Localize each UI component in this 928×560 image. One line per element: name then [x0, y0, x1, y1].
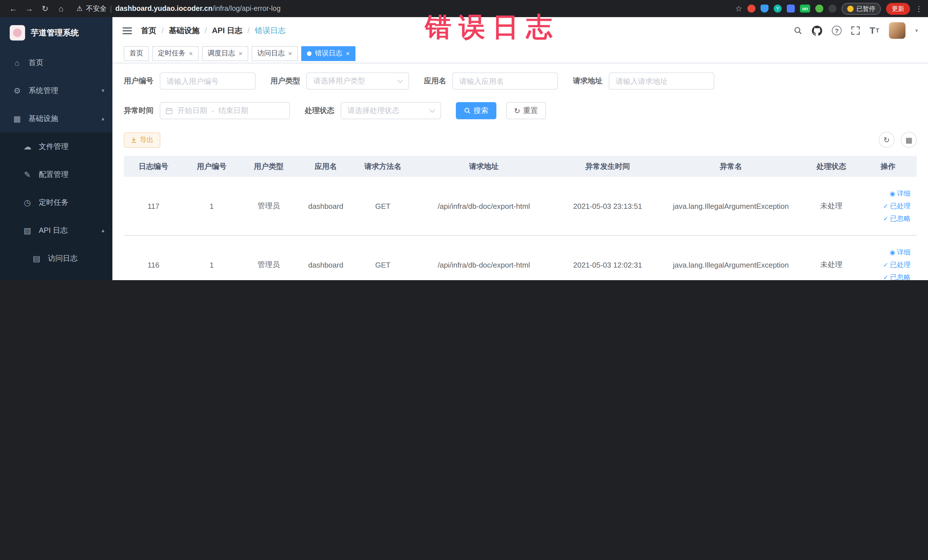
search-button[interactable]: 搜索	[456, 102, 496, 119]
logo-image	[10, 25, 25, 41]
app-title: 芋道管理系统	[31, 27, 79, 38]
filter-label: 应用名	[424, 76, 446, 86]
cell-log-id: 117	[124, 202, 183, 210]
extension-icon-y[interactable]: Y	[774, 5, 781, 12]
breadcrumb-item[interactable]: 首页	[141, 25, 156, 36]
extension-icon-dark[interactable]	[829, 5, 836, 12]
sidebar-item-scheduled-tasks[interactable]: ◷ 定时任务	[0, 188, 112, 216]
chevron-down-icon	[429, 107, 435, 112]
check-icon: ✓	[883, 273, 888, 280]
bookmark-star-icon[interactable]: ☆	[735, 4, 742, 13]
sidebar-item-system-management[interactable]: ⚙ 系统管理 ▾	[0, 76, 112, 104]
github-icon[interactable]	[812, 25, 822, 36]
close-icon[interactable]: ×	[288, 49, 292, 57]
mark-ignored-link[interactable]: ✓已忽略	[883, 214, 911, 223]
tab-scheduled-tasks[interactable]: 定时任务 ×	[152, 46, 198, 61]
site-security[interactable]: ⚠ 不安全	[76, 4, 107, 14]
chevron-down-icon[interactable]: ▾	[915, 27, 918, 34]
cell-user-id: 1	[183, 261, 240, 269]
mark-ignored-link[interactable]: ✓已忽略	[883, 272, 911, 280]
detail-link[interactable]: ◉详细	[890, 189, 911, 198]
filter-form-row-1: 用户编号 用户类型 请选择用户类型 应用名	[124, 72, 917, 90]
menu-fold-icon[interactable]	[123, 17, 132, 44]
extension-icon-green[interactable]	[815, 5, 823, 12]
breadcrumb-item[interactable]: 基础设施	[169, 25, 200, 36]
close-icon[interactable]: ×	[189, 49, 193, 57]
filter-label: 异常时间	[124, 105, 154, 116]
chevron-down-icon: ▾	[102, 87, 104, 93]
grid-icon: ▦	[12, 114, 22, 123]
sidebar: 芋道管理系统 ⌂ 首页 ⚙ 系统管理 ▾ ▦ 基础设施 ▴ ☁ 文件管理	[0, 17, 112, 280]
fullscreen-icon[interactable]	[851, 26, 860, 35]
back-icon[interactable]: ←	[6, 4, 21, 13]
user-id-input[interactable]	[160, 72, 256, 90]
help-icon[interactable]: ?	[832, 26, 841, 35]
filter-label: 处理状态	[305, 105, 334, 116]
exception-time-range-picker[interactable]: 开始日期 - 结束日期	[160, 102, 290, 119]
column-settings-button[interactable]: ▦	[901, 132, 917, 148]
sidebar-item-api-logs[interactable]: ▧ API 日志 ▴	[0, 216, 112, 244]
home-nav-icon[interactable]: ⌂	[53, 4, 69, 13]
column-header[interactable]: 请求地址	[411, 161, 556, 171]
user-type-select[interactable]: 请选择用户类型	[307, 72, 409, 90]
app-logo[interactable]: 芋道管理系统	[0, 17, 112, 49]
extension-icon-drop[interactable]	[760, 5, 769, 12]
column-header[interactable]: 异常发生时间	[556, 161, 659, 171]
column-header[interactable]: 请求方法名	[354, 161, 411, 171]
font-size-icon[interactable]: TT	[870, 25, 879, 36]
filter-app-name: 应用名	[424, 72, 558, 90]
end-date-placeholder: 结束日期	[218, 105, 248, 116]
extension-icon-on[interactable]: on	[800, 5, 810, 12]
column-header[interactable]: 应用名	[297, 161, 354, 171]
search-icon[interactable]	[794, 26, 802, 35]
mark-processed-link[interactable]: ✓已处理	[883, 260, 911, 270]
sidebar-item-file-management[interactable]: ☁ 文件管理	[0, 132, 112, 160]
select-placeholder: 请选择处理状态	[348, 105, 399, 116]
export-button[interactable]: 导出	[124, 132, 160, 148]
forward-icon[interactable]: →	[22, 4, 37, 13]
check-icon: ✓	[883, 202, 888, 210]
timer-icon: ◷	[23, 198, 32, 207]
close-icon[interactable]: ×	[346, 49, 350, 57]
tab-home[interactable]: 首页	[124, 46, 149, 61]
tab-access-log[interactable]: 访问日志 ×	[252, 46, 298, 61]
column-header[interactable]: 用户编号	[183, 161, 240, 171]
breadcrumb-separator: /	[162, 26, 164, 35]
sidebar-item-home[interactable]: ⌂ 首页	[0, 49, 112, 76]
cell-exception-name: java.lang.IllegalArgumentException	[659, 202, 803, 210]
sidebar-item-infrastructure[interactable]: ▦ 基础设施 ▴	[0, 104, 112, 132]
tab-dispatch-log[interactable]: 调度日志 ×	[202, 46, 248, 61]
column-header[interactable]: 日志编号	[124, 161, 183, 171]
sidebar-item-access-log[interactable]: ▤ 访问日志	[0, 244, 112, 272]
extension-icon-red[interactable]	[748, 5, 756, 12]
cell-user-type: 管理员	[240, 259, 297, 270]
update-button[interactable]: 更新	[886, 3, 910, 15]
app-name-input[interactable]	[452, 72, 558, 90]
url-domain: dashboard.yudao.iocoder.cn	[115, 5, 212, 12]
column-header[interactable]: 用户类型	[240, 161, 297, 171]
column-header[interactable]: 处理状态	[803, 161, 860, 171]
request-url-input[interactable]	[609, 72, 714, 90]
paused-badge[interactable]: 已暂停	[841, 3, 881, 15]
process-status-select[interactable]: 请选择处理状态	[340, 102, 441, 119]
breadcrumb-item[interactable]: API 日志	[212, 25, 243, 36]
close-icon[interactable]: ×	[238, 49, 243, 57]
column-header[interactable]: 异常名	[659, 161, 803, 171]
cell-method: GET	[354, 261, 411, 269]
url-separator: |	[110, 4, 112, 13]
sidebar-item-config-management[interactable]: ✎ 配置管理	[0, 160, 112, 188]
refresh-button[interactable]: ↻	[879, 132, 894, 148]
reload-icon[interactable]: ↻	[38, 4, 52, 13]
address-bar[interactable]: dashboard.yudao.iocoder.cn/infra/log/api…	[115, 5, 281, 12]
kebab-menu-icon[interactable]: ⋮	[915, 4, 923, 13]
mark-processed-link[interactable]: ✓已处理	[883, 201, 911, 211]
filter-process-status: 处理状态 请选择处理状态	[305, 102, 441, 119]
detail-link[interactable]: ◉详细	[890, 247, 911, 257]
filter-label: 用户编号	[124, 76, 154, 86]
avatar[interactable]	[889, 22, 905, 39]
extension-icon-grid[interactable]	[787, 5, 795, 12]
reset-button[interactable]: ↻ 重置	[506, 102, 546, 119]
sidebar-item-error-log[interactable]: ▨ 错误日志	[0, 272, 112, 280]
tab-error-log[interactable]: 错误日志 ×	[301, 46, 356, 61]
tab-label: 首页	[130, 49, 143, 58]
